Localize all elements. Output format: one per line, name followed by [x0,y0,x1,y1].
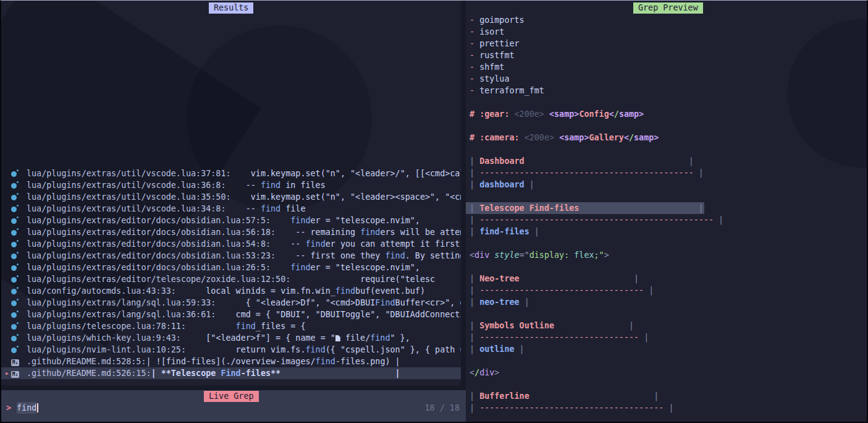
preview-segment [525,156,689,166]
result-line-text: buf(event.buf) [355,286,425,296]
result-path: lua/plugins/extras/editor/docs/obsidian.… [27,216,271,225]
lua-icon [11,297,19,309]
lua-icon [11,168,19,179]
preview-segment: | [470,403,479,412]
preview-segment: / [629,133,634,142]
result-row[interactable]: lua/plugins/telescope.lua:78:11: find_fi… [1,320,461,332]
result-path: lua/plugins/extras/editor/docs/obsidian.… [27,228,276,237]
preview-line: | --------------------------------- | [466,284,868,296]
preview-segment: goimports [479,15,525,25]
preview-segment: :gear: [479,109,509,119]
preview-segment: ;" [594,250,604,260]
result-path: lua/plugins/extras/util/vscode.lua:36:8: [27,181,225,190]
lua-icon [11,344,19,356]
preview-segment: outline [479,344,514,354]
match-highlight: find [305,239,325,249]
preview-content: - goimports- isort- prettier- rustfmt- s… [466,14,868,414]
result-line-text: -- first one they [276,251,385,260]
preview-segment: - [470,51,479,60]
result-row[interactable]: lua/plugins/extras/util/vscode.lua:35:50… [1,191,461,203]
result-line-text: | ![find-files](./overview-images/ [146,357,315,366]
result-path: lua/plugins/extras/util/vscode.lua:34:8: [27,204,225,213]
preview-segment: | [470,168,479,177]
preview-segment: | [689,156,694,166]
preview-segment: ----------------------------------------… [479,215,714,224]
result-row[interactable]: lua/plugins/extras/editor/docs/obsidian.… [1,238,461,250]
preview-segment: style [494,250,519,260]
result-text: lua/plugins/extras/util/vscode.lua:37:81… [27,168,461,179]
text-cursor [37,403,38,412]
result-row[interactable]: lua/plugins/extras/lang/sql.lua:59:33: {… [1,297,461,309]
preview-segment: div [479,368,494,377]
result-line-text: file/ [340,333,370,343]
preview-segment: dashboard [479,180,525,189]
result-row[interactable]: lua/plugins/extras/editor/docs/obsidian.… [1,215,461,226]
preview-line: | -------------------------------- | [466,331,868,343]
result-row[interactable]: lua/plugins/extras/editor/docs/obsidian.… [1,250,461,262]
results-list: lua/plugins/extras/util/vscode.lua:37:81… [1,168,461,379]
result-line-text: Buffer<cr>", d [395,298,461,307]
preview-segment: -------------------------------- [479,333,639,342]
preview-segment: | [470,333,479,342]
result-row[interactable]: lua/plugins/extras/editor/telescope/zoxi… [1,273,461,285]
preview-segment: | [470,156,479,166]
result-row[interactable]: lua/plugins/extras/util/vscode.lua:36:8:… [1,179,461,191]
result-row[interactable]: M↓.github/README.md:528:5:| ![find-files… [1,356,461,367]
result-line-text: cmd = { "DBUI", "DBUIToggle", "DBUIAddCo… [216,310,461,319]
result-row[interactable]: ▸M↓.github/README.md:526:15:| **Telescop… [1,367,461,379]
preview-line: | Symbols Outline | [466,320,868,331]
result-path: .github/README.md:526:15: [27,369,151,378]
preview-segment: < [624,133,629,142]
preview-segment: # [470,133,479,142]
match-highlight: Find [221,369,240,378]
result-path: lua/plugins/extras/editor/docs/obsidian.… [27,239,271,249]
result-line-text [271,216,290,225]
preview-segment: <samp> [549,109,579,119]
search-query-text: find [17,402,36,414]
result-path: lua/config/autocmds.lua:43:33: [27,286,176,296]
preview-segment: display: [529,250,575,260]
preview-segment: | [525,180,534,189]
preview-line: | find-files | [466,226,868,237]
preview-segment: neo-tree [479,297,520,307]
preview-segment: | [634,274,639,283]
result-row[interactable]: lua/plugins/extras/util/vscode.lua:34:8:… [1,203,461,215]
result-row[interactable]: lua/config/autocmds.lua:43:33: local win… [1,285,461,297]
preview-segment: Bufferline [479,391,529,401]
preview-segment: | [520,297,529,307]
lua-icon [11,273,19,285]
result-line-text: er you can attempt it first. [326,239,461,249]
result-path: lua/plugins/which-key.lua:9:43: [27,333,181,343]
result-line-text: in files [280,181,326,190]
result-line-text: . By setting [405,251,461,260]
search-input[interactable]: > find 18 / 18 [6,402,460,414]
grep-preview-title: Grep Preview [633,2,703,14]
lua-icon [11,250,19,262]
lua-icon [11,215,19,226]
result-row[interactable]: lua/plugins/extras/editor/docs/obsidian.… [1,262,461,273]
result-text: lua/plugins/telescope.lua:78:11: find_fi… [27,320,461,332]
preview-segment: | [654,391,659,401]
match-highlight: find [236,322,256,331]
result-row[interactable]: lua/plugins/extras/util/vscode.lua:37:81… [1,168,461,179]
preview-line: - stylua [466,73,868,85]
preview-line [466,237,868,249]
preview-line [466,378,868,390]
preview-segment: - [470,15,479,25]
result-row[interactable]: lua/plugins/extras/editor/docs/obsidian.… [1,226,461,238]
result-row[interactable]: lua/plugins/nvim-lint.lua:10:25: return … [1,344,461,356]
result-text: lua/plugins/extras/util/vscode.lua:34:8:… [27,203,461,215]
preview-segment: | [629,321,634,330]
lua-icon [11,285,19,297]
preview-line: | Dashboard | [466,155,868,167]
preview-line: | outline | [466,343,868,355]
preview-segment: | [470,215,479,224]
result-row[interactable]: lua/plugins/extras/lang/sql.lua:36:61: c… [1,309,461,320]
result-counter: 18 / 18 [425,402,460,414]
preview-segment: > [604,250,609,260]
preview-segment: | [470,391,479,401]
result-row[interactable]: lua/plugins/which-key.lua:9:43: ["<leade… [1,332,461,344]
preview-line: | neo-tree | [466,296,868,308]
preview-segment: < [609,109,614,119]
markdown-icon: M↓ [11,371,19,378]
